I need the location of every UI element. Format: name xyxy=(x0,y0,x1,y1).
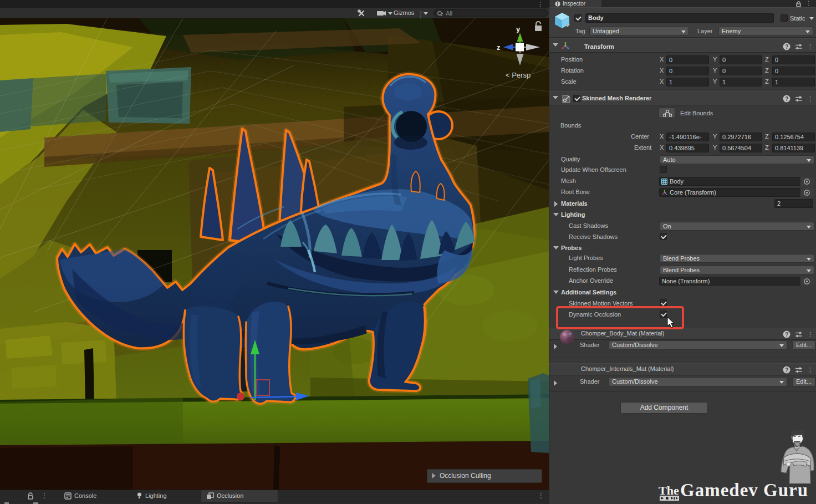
svg-text:?: ? xyxy=(785,44,788,50)
svg-text:?: ? xyxy=(785,96,788,102)
svg-text:z: z xyxy=(497,43,501,52)
svg-text:< Persp: < Persp xyxy=(506,71,531,79)
svg-text:y: y xyxy=(516,25,521,33)
svg-text:?: ? xyxy=(785,367,788,373)
svg-text:?: ? xyxy=(785,332,788,338)
